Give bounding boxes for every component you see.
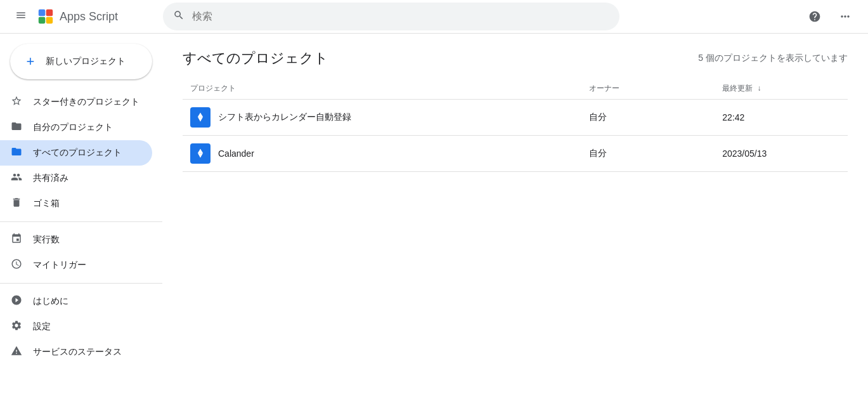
- sidebar-item-start[interactable]: はじめに: [0, 289, 152, 314]
- header-left: Apps Script: [10, 4, 155, 29]
- project-icon: [190, 107, 211, 128]
- svg-rect-2: [39, 17, 46, 24]
- new-project-button[interactable]: + 新しいプロジェクト: [10, 44, 152, 79]
- project-updated-cell: 2023/05/13: [715, 136, 848, 172]
- body: + 新しいプロジェクト スター付きのプロジェクト 自分のプロジェクト: [0, 34, 868, 394]
- column-header-project: プロジェクト: [183, 78, 581, 100]
- shared-icon: [10, 171, 23, 186]
- table-row[interactable]: Calander 自分 2023/05/13: [183, 136, 848, 172]
- status-icon: [10, 345, 23, 360]
- project-updated-cell: 22:42: [715, 100, 848, 136]
- sidebar-item-settings[interactable]: 設定: [0, 314, 152, 339]
- sidebar-item-executions[interactable]: 実行数: [0, 227, 152, 253]
- svg-rect-1: [46, 10, 53, 16]
- column-header-owner: オーナー: [581, 78, 715, 100]
- header-right: [802, 4, 858, 29]
- triggers-icon: [10, 258, 23, 273]
- sidebar: + 新しいプロジェクト スター付きのプロジェクト 自分のプロジェクト: [0, 34, 162, 394]
- search-bar: [163, 3, 619, 30]
- project-name-text: Calander: [218, 148, 254, 159]
- hamburger-menu-icon[interactable]: [10, 4, 32, 29]
- project-owner-cell: 自分: [581, 100, 715, 136]
- plus-icon: +: [23, 54, 38, 69]
- sidebar-item-my-projects-label: 自分のプロジェクト: [33, 122, 113, 133]
- project-table: プロジェクト オーナー 最終更新 ↓: [183, 78, 848, 172]
- column-header-updated[interactable]: 最終更新 ↓: [715, 78, 848, 100]
- project-name-cell: Calander: [183, 136, 581, 172]
- help-icon[interactable]: [802, 4, 827, 29]
- sidebar-item-all-projects[interactable]: すべてのプロジェクト: [0, 140, 152, 166]
- header: Apps Script: [0, 0, 868, 34]
- table-body: シフト表からカレンダー自動登録 自分 22:42 Calander 自分 202…: [183, 100, 848, 172]
- svg-rect-0: [39, 10, 46, 16]
- settings-icon: [10, 320, 23, 334]
- sidebar-item-status[interactable]: サービスのステータス: [0, 339, 152, 365]
- main-header: すべてのプロジェクト 5 個のプロジェクトを表示しています: [183, 49, 848, 68]
- project-name-cell: シフト表からカレンダー自動登録: [183, 100, 581, 136]
- project-name-text: シフト表からカレンダー自動登録: [218, 112, 351, 123]
- sidebar-item-starred[interactable]: スター付きのプロジェクト: [0, 89, 152, 115]
- sidebar-divider-2: [0, 283, 162, 284]
- project-icon: [190, 143, 211, 164]
- sidebar-item-my-projects[interactable]: 自分のプロジェクト: [0, 115, 152, 140]
- table-row[interactable]: シフト表からカレンダー自動登録 自分 22:42: [183, 100, 848, 136]
- trash-icon: [10, 197, 23, 211]
- sidebar-item-triggers[interactable]: マイトリガー: [0, 253, 152, 278]
- main-content: すべてのプロジェクト 5 個のプロジェクトを表示しています プロジェクト オーナ…: [162, 34, 868, 394]
- star-icon: [10, 95, 23, 110]
- sidebar-item-all-projects-label: すべてのプロジェクト: [33, 147, 122, 159]
- sidebar-item-start-label: はじめに: [33, 296, 68, 307]
- table-header: プロジェクト オーナー 最終更新 ↓: [183, 78, 848, 100]
- google-logo: [37, 8, 55, 25]
- sort-arrow-icon: ↓: [758, 84, 761, 93]
- search-input[interactable]: [192, 11, 609, 22]
- start-icon: [10, 294, 23, 309]
- sidebar-item-triggers-label: マイトリガー: [33, 259, 86, 271]
- sidebar-item-executions-label: 実行数: [33, 234, 60, 246]
- executions-icon: [10, 233, 23, 247]
- all-projects-folder-icon: [10, 146, 23, 161]
- sidebar-item-status-label: サービスのステータス: [33, 346, 122, 358]
- folder-icon: [10, 121, 23, 135]
- sidebar-item-shared-label: 共有済み: [33, 173, 68, 184]
- sidebar-item-trash[interactable]: ゴミ箱: [0, 191, 152, 216]
- svg-rect-3: [46, 17, 53, 24]
- sidebar-item-settings-label: 設定: [33, 321, 51, 332]
- project-count: 5 個のプロジェクトを表示しています: [698, 53, 848, 64]
- sidebar-item-trash-label: ゴミ箱: [33, 198, 60, 209]
- sidebar-item-shared[interactable]: 共有済み: [0, 166, 152, 191]
- page-title: すべてのプロジェクト: [183, 49, 328, 68]
- app-title: Apps Script: [60, 10, 118, 23]
- new-project-label: 新しいプロジェクト: [46, 56, 126, 67]
- project-owner-cell: 自分: [581, 136, 715, 172]
- search-icon: [173, 10, 185, 24]
- apps-grid-icon[interactable]: [832, 4, 858, 29]
- sidebar-divider-1: [0, 221, 162, 222]
- sidebar-item-starred-label: スター付きのプロジェクト: [33, 96, 139, 108]
